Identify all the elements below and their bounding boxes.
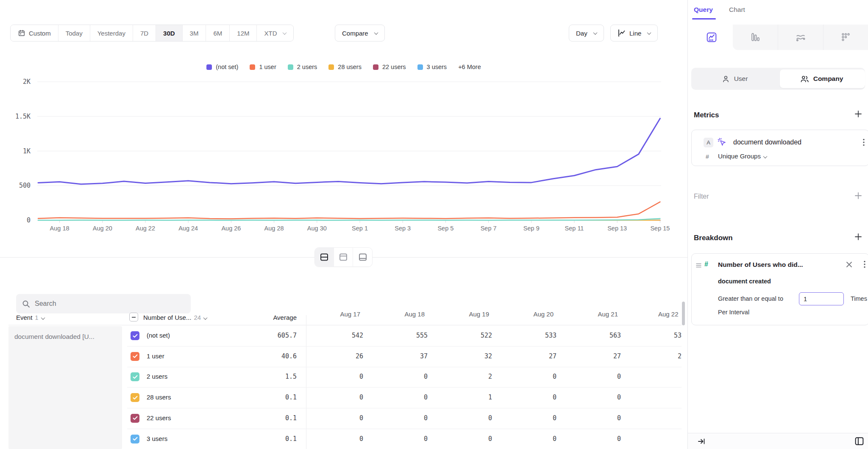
select-all-checkbox[interactable]: [129, 313, 138, 322]
granularity-button[interactable]: Day: [569, 25, 604, 42]
breakdown-card[interactable]: # Number of Users who did... document cr…: [691, 253, 868, 325]
search-icon: [22, 300, 30, 308]
range-button-30d[interactable]: 30D: [156, 25, 183, 41]
tab-chart[interactable]: Chart: [729, 6, 745, 14]
range-button-12m[interactable]: 12M: [230, 25, 257, 41]
bar-chart-icon: [750, 32, 760, 42]
row-value: 1: [454, 394, 492, 401]
row-value: 0: [518, 394, 556, 401]
segment-company[interactable]: Company: [778, 68, 865, 90]
chart-type-line-tab[interactable]: [690, 25, 733, 50]
svg-text:Aug 20: Aug 20: [93, 225, 112, 232]
breakdown-condition-label: Greater than or equal to: [718, 295, 783, 302]
split-panel-icon[interactable]: [854, 436, 865, 446]
row-value: 0: [583, 435, 621, 443]
row-checkbox[interactable]: [131, 352, 139, 361]
chart-type-flow-tab[interactable]: [778, 25, 823, 50]
row-label: (not set): [147, 332, 170, 339]
table-row: (not set)605.7542555522533563535: [127, 326, 682, 346]
panel-footer: [688, 433, 868, 449]
range-button-yesterday[interactable]: Yesterday: [90, 25, 133, 41]
breakdown-kebab-icon[interactable]: [864, 261, 865, 268]
row-value: 0: [325, 435, 363, 443]
layout-top-button[interactable]: [334, 248, 353, 266]
range-button-custom[interactable]: Custom: [11, 25, 58, 41]
breakdown-hash-icon: #: [704, 261, 708, 268]
add-filter-button[interactable]: [854, 192, 862, 200]
range-button-3m[interactable]: 3M: [183, 25, 206, 41]
row-checkbox[interactable]: [131, 372, 139, 381]
event-list-item[interactable]: document downloaded [U...: [8, 326, 122, 449]
table-row: 22 users0.1000000: [127, 408, 682, 429]
svg-text:Sep 11: Sep 11: [565, 225, 584, 232]
times-input[interactable]: [799, 292, 844, 305]
range-button-6m[interactable]: 6M: [206, 25, 230, 41]
calendar-icon: [18, 29, 25, 37]
divider: [8, 325, 682, 325]
average-column-header: Average: [237, 314, 297, 321]
search-input[interactable]: [35, 300, 175, 308]
bottom-view-icon: [358, 252, 367, 262]
row-average: 0.1: [225, 394, 297, 401]
metric-kebab-icon[interactable]: [863, 139, 865, 146]
active-tab-underline: [692, 18, 716, 19]
event-column-header[interactable]: Event1: [16, 314, 45, 321]
row-value: 0: [389, 394, 428, 401]
compare-button[interactable]: Compare: [335, 25, 385, 42]
dots-grid-icon: [841, 32, 851, 42]
chevron-down-icon: [593, 30, 597, 35]
row-value: 0: [518, 373, 556, 380]
range-button-today[interactable]: Today: [58, 25, 90, 41]
breakdown-heading: Breakdown: [694, 234, 733, 242]
date-column-header: Aug 20: [515, 310, 554, 318]
segment-user[interactable]: User: [691, 68, 778, 90]
row-checkbox[interactable]: [131, 331, 139, 340]
layout-bottom-button[interactable]: [353, 248, 372, 266]
date-range-group: CustomTodayYesterday7D30D3M6M12MXTD: [10, 25, 294, 42]
row-value: 0: [325, 394, 363, 401]
row-value: 563: [583, 332, 621, 339]
line-chart-icon: [618, 29, 626, 37]
row-value: 542: [325, 332, 363, 339]
chart-type-label: Line: [629, 30, 641, 37]
row-average: 605.7: [225, 332, 297, 339]
flow-chart-icon: [795, 32, 806, 43]
measure-selector[interactable]: Unique Groups: [718, 152, 767, 160]
tab-query[interactable]: Query: [694, 6, 713, 14]
row-checkbox[interactable]: [131, 414, 139, 423]
row-value: 0: [647, 373, 682, 380]
range-label: XTD: [264, 30, 277, 37]
row-checkbox[interactable]: [131, 435, 139, 443]
range-button-xtd[interactable]: XTD: [257, 25, 293, 41]
collapse-panel-icon[interactable]: [697, 437, 706, 446]
scope-toggle: User Company: [691, 68, 865, 90]
breakdown-title: Number of Users who did...: [718, 261, 803, 269]
chart-type-bar-tab[interactable]: [733, 25, 778, 50]
row-value: 0: [389, 373, 428, 380]
filter-heading: Filter: [694, 193, 709, 200]
add-metric-button[interactable]: [854, 110, 862, 118]
row-value: 0: [583, 394, 621, 401]
range-label: 7D: [140, 30, 148, 37]
chart-type-more-tab[interactable]: [823, 25, 868, 50]
row-checkbox[interactable]: [131, 393, 139, 402]
group-column-header[interactable]: Number of Use...24: [143, 314, 207, 321]
range-button-7d[interactable]: 7D: [133, 25, 156, 41]
row-value: 0: [454, 435, 492, 443]
chart-type-button[interactable]: Line: [610, 25, 658, 42]
add-breakdown-button[interactable]: [854, 233, 862, 241]
layout-split-button[interactable]: [315, 248, 334, 266]
drag-handle-icon[interactable]: [696, 263, 701, 268]
row-value: 37: [389, 352, 428, 360]
vertical-scrollbar[interactable]: [682, 302, 685, 325]
metric-name[interactable]: document downloaded: [733, 139, 801, 146]
granularity-label: Day: [576, 30, 587, 37]
company-icon: [800, 75, 809, 83]
row-value: 0: [389, 435, 428, 443]
date-column-header: Aug 21: [580, 310, 618, 318]
close-icon[interactable]: [846, 261, 852, 268]
metric-card[interactable]: A document downloaded # Unique Groups: [691, 130, 868, 166]
table-body: (not set)605.75425555225335635351 user40…: [127, 326, 682, 449]
row-average: 40.6: [225, 352, 297, 360]
svg-text:Sep 15: Sep 15: [650, 225, 670, 232]
